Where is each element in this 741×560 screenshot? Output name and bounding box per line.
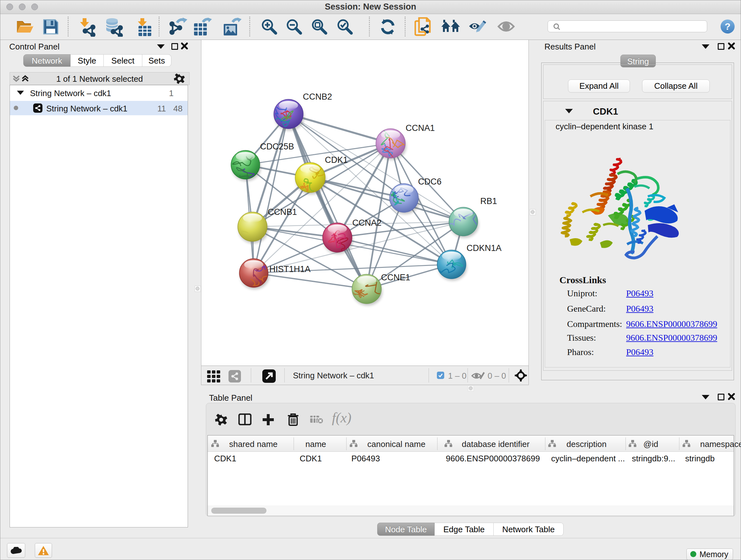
svg-text:RB1: RB1 xyxy=(480,196,497,206)
svg-text:CCNB1: CCNB1 xyxy=(268,207,297,217)
svg-text:CDKN1A: CDKN1A xyxy=(467,243,502,253)
svg-text:CCNE1: CCNE1 xyxy=(381,273,410,282)
svg-text:CCNA1: CCNA1 xyxy=(406,123,435,133)
svg-text:CCNB2: CCNB2 xyxy=(303,92,332,102)
svg-text:CDC6: CDC6 xyxy=(418,177,442,186)
svg-text:CDC25B: CDC25B xyxy=(260,142,294,151)
svg-text:CCNA2: CCNA2 xyxy=(352,218,382,228)
svg-text:HIST1H1A: HIST1H1A xyxy=(269,264,311,274)
svg-text:CDK1: CDK1 xyxy=(325,155,348,165)
